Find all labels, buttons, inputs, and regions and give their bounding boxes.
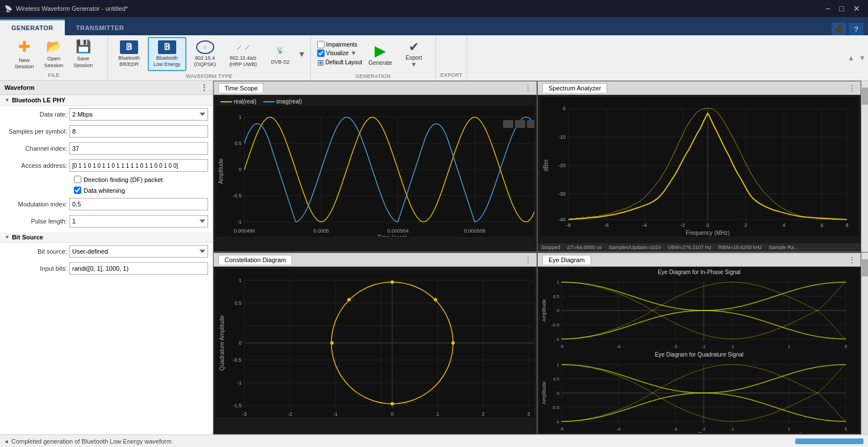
- wf-btn-bluetooth-le[interactable]: 𝔹 BluetoothLow Energy: [148, 37, 186, 71]
- export-icon: ✔: [409, 40, 419, 55]
- spectrum-analyzer-tab[interactable]: Spectrum Analyzer: [542, 83, 607, 93]
- svg-text:6: 6: [820, 222, 823, 228]
- plots-top-row: Time Scope ⋮ real(real) imag(real): [213, 81, 868, 253]
- 80215az-icon: ⟋⟋: [234, 40, 252, 54]
- help-icon-btn[interactable]: ⬛: [832, 23, 846, 35]
- data-rate-select[interactable]: 2 Mbps 1 Mbps 500 Kbps 125 Kbps: [69, 108, 208, 121]
- svg-text:-1: -1: [555, 337, 560, 342]
- svg-point-89: [434, 298, 437, 301]
- export-button[interactable]: ✔ Export ▼: [398, 37, 429, 71]
- plots-bottom-row: Constellation Diagram ⋮: [213, 253, 868, 434]
- spectrum-analyzer-panel: Spectrum Analyzer ⋮ 0 -10 -20: [537, 81, 861, 252]
- ribbon-scroll-down[interactable]: ▼: [857, 53, 868, 63]
- bluetooth-le-section-header: ▼ Bluetooth LE PHY: [0, 95, 213, 106]
- svg-text:-3: -3: [242, 411, 247, 417]
- titlebar-controls[interactable]: − □ ✕: [822, 3, 863, 14]
- svg-text:-5: -5: [559, 344, 564, 349]
- ribbon-waveform-type-label: WAVEFORM TYPE: [186, 73, 232, 79]
- tab-transmitter[interactable]: TRANSMITTER: [65, 19, 135, 35]
- generate-button[interactable]: ▶ Generate: [363, 37, 397, 71]
- pulse-length-select[interactable]: 1 2 3: [69, 215, 208, 227]
- input-bits-input[interactable]: [69, 262, 208, 275]
- constellation-header: Constellation Diagram ⋮: [214, 253, 537, 267]
- constellation-tab[interactable]: Constellation Diagram: [218, 255, 292, 264]
- ribbon-group-file: ✚ New Session 📂 Open Session 💾 Save Sess…: [0, 35, 108, 80]
- save-session-button[interactable]: 💾 Save Session: [69, 38, 97, 70]
- app-title: Wireless Waveform Generator - untitled*: [16, 5, 128, 12]
- titlebar: 📡 Wireless Waveform Generator - untitled…: [0, 0, 868, 17]
- wf-btn-80215az[interactable]: ⟋⟋ 802.15.4a/z(HRP UWB): [224, 37, 263, 71]
- svg-text:-0.5: -0.5: [551, 405, 559, 410]
- access-address-input[interactable]: [69, 159, 208, 172]
- svg-point-88: [330, 341, 334, 345]
- time-scope-header: Time Scope ⋮: [214, 81, 537, 95]
- bluetooth-le-label: BluetoothLow Energy: [153, 55, 181, 68]
- waveform-type-buttons: 𝔹 BluetoothBR/EDR 𝔹 BluetoothLow Energy …: [113, 37, 306, 71]
- plots-bottom-scrollbar[interactable]: [861, 253, 868, 434]
- direction-finding-label: Direction finding (DF) packet: [84, 176, 163, 183]
- samples-per-symbol-row: Samples per symbol:: [0, 123, 213, 140]
- samples-per-symbol-input[interactable]: [69, 125, 208, 138]
- svg-text:0: 0: [557, 391, 560, 396]
- svg-text:Amplitude: Amplitude: [541, 299, 547, 322]
- channel-index-input[interactable]: [69, 142, 208, 155]
- impairments-checkbox[interactable]: [317, 41, 325, 48]
- default-layout-icon: ⊞: [317, 58, 324, 67]
- waveform-panel-options-icon[interactable]: ⋮: [200, 83, 208, 92]
- svg-text:-2: -2: [288, 411, 292, 417]
- visualize-checkbox[interactable]: [317, 49, 325, 57]
- svg-text:-1: -1: [730, 344, 734, 349]
- plots-scrollbar[interactable]: [861, 81, 868, 252]
- eye-diagram-tab[interactable]: Eye Diagram: [542, 255, 591, 264]
- svg-rect-22: [515, 120, 525, 128]
- minimize-button[interactable]: −: [822, 3, 833, 14]
- visualize-dropdown-icon[interactable]: ▼: [350, 49, 356, 56]
- svg-text:0.5: 0.5: [234, 300, 242, 306]
- bit-source-select[interactable]: User-defined Random PN sequence: [69, 245, 208, 258]
- tabbar-right: ⬛ ?: [832, 23, 868, 35]
- time-scope-tab[interactable]: Time Scope: [218, 83, 264, 93]
- svg-text:0: 0: [391, 411, 393, 417]
- waveform-panel-title: Waveform: [5, 84, 35, 91]
- export-label: Export: [406, 55, 422, 61]
- data-whitening-label: Data whitening: [84, 187, 125, 194]
- maximize-button[interactable]: □: [836, 3, 848, 14]
- close-button[interactable]: ✕: [850, 3, 863, 14]
- svg-text:-0.5: -0.5: [551, 322, 559, 328]
- svg-text:-8: -8: [566, 222, 571, 228]
- constellation-options-icon[interactable]: ⋮: [524, 255, 532, 264]
- bit-source-section-arrow[interactable]: ▼: [5, 234, 10, 240]
- modulation-index-input[interactable]: [69, 198, 208, 210]
- spectrum-analyzer-options-icon[interactable]: ⋮: [848, 84, 856, 93]
- time-scope-options-icon[interactable]: ⋮: [524, 84, 532, 93]
- svg-text:-2: -2: [680, 222, 685, 228]
- spectrum-rbw: RBW=15.6250 kHz: [718, 245, 762, 250]
- wf-btn-802154[interactable]: ○ 802.15.4(OQPSK): [189, 37, 222, 71]
- svg-text:-1: -1: [237, 380, 242, 386]
- direction-finding-checkbox[interactable]: [74, 176, 81, 183]
- wf-btn-bluetooth-bredr[interactable]: 𝔹 BluetoothBR/EDR: [113, 37, 146, 71]
- eye-inphase-title: Eye Diagram for In-Phase Signal: [539, 268, 859, 276]
- eye-diagram-options-icon[interactable]: ⋮: [848, 255, 856, 264]
- open-session-button[interactable]: 📂 Open Session: [40, 38, 68, 70]
- plots-area: Time Scope ⋮ real(real) imag(real): [213, 81, 868, 434]
- svg-text:Time: Time: [698, 431, 709, 433]
- svg-text:-1: -1: [333, 411, 338, 417]
- bluetooth-le-section-arrow[interactable]: ▼: [5, 97, 10, 103]
- question-icon-btn[interactable]: ?: [849, 23, 863, 35]
- input-bits-label: Input bits:: [5, 265, 67, 272]
- statusbar-arrow-icon: ◂: [5, 437, 8, 445]
- ribbon-scroll-up[interactable]: ▲: [845, 53, 857, 63]
- waveform-type-more-icon[interactable]: ▼: [298, 49, 306, 59]
- wf-btn-dvbs2[interactable]: 📡 DVB-S2: [265, 37, 296, 71]
- svg-text:-1.5: -1.5: [232, 403, 242, 408]
- svg-rect-21: [503, 120, 513, 128]
- tab-generator[interactable]: GENERATOR: [0, 19, 65, 35]
- 802154-label: 802.15.4(OQPSK): [194, 55, 216, 68]
- new-session-icon: ✚: [18, 38, 31, 56]
- tabbar: GENERATOR TRANSMITTER ⬛ ?: [0, 17, 868, 35]
- time-scope-svg: 1 0.5 0 -0.5 -1 Amplitude: [216, 106, 534, 237]
- data-whitening-checkbox[interactable]: [74, 187, 81, 194]
- new-session-button[interactable]: ✚ New Session: [11, 38, 38, 70]
- spectrum-status-bar: Stopped ΔT=64.0000 us Samples/Update=102…: [538, 243, 861, 251]
